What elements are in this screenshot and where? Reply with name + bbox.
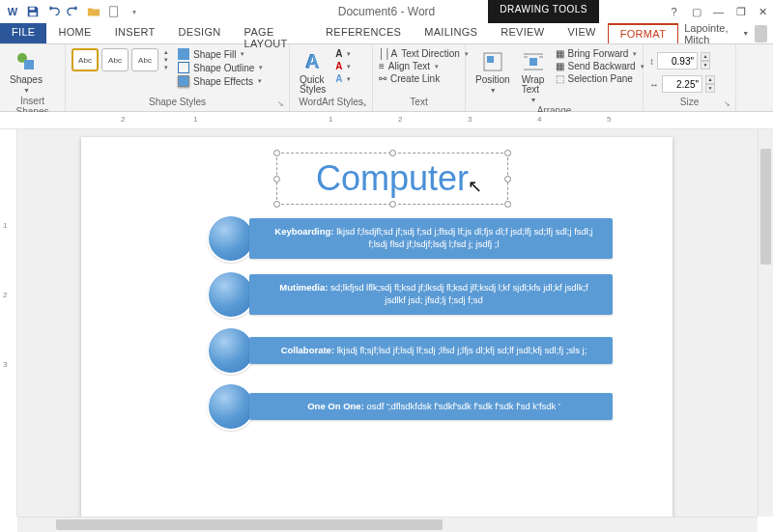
tab-references[interactable]: REFERENCES — [314, 23, 413, 43]
cursor-icon: ↖ — [468, 176, 482, 197]
tab-insert[interactable]: INSERT — [103, 23, 167, 43]
height-input[interactable] — [657, 52, 698, 70]
shapes-icon — [14, 50, 38, 73]
account-area[interactable]: Lapointe, Mitch ▼ — [678, 23, 773, 43]
save-icon[interactable] — [24, 3, 42, 20]
gallery-more-icon[interactable]: ▾ — [164, 64, 168, 71]
svg-rect-2 — [110, 7, 118, 17]
resize-handle-nw[interactable] — [273, 150, 280, 156]
close-icon[interactable]: ✕ — [757, 6, 769, 18]
smartart-text-1[interactable]: Keyboarding: lkjsd f;lsdjfl;sd jf;sdj f;… — [249, 218, 613, 259]
undo-icon[interactable] — [44, 3, 62, 20]
group-label-text: Text — [379, 97, 459, 109]
quick-access-toolbar: W ▾ — [0, 3, 147, 20]
svg-rect-1 — [30, 13, 37, 16]
resize-handle-ne[interactable] — [504, 150, 511, 156]
minimize-icon[interactable]: — — [712, 6, 725, 18]
tab-view[interactable]: VIEW — [556, 23, 607, 43]
new-doc-icon[interactable] — [105, 3, 123, 20]
width-stepper[interactable]: ▲▼ — [705, 75, 715, 93]
smartart-graphic[interactable]: Keyboarding: lkjsd f;lsdjfl;sd jf;sdj f;… — [207, 214, 613, 438]
tab-file[interactable]: FILE — [0, 23, 46, 43]
restore-icon[interactable]: ❐ — [734, 6, 747, 18]
shape-effects-button[interactable]: Shape Effects▾ — [178, 75, 263, 87]
shape-style-2[interactable]: Abc — [101, 48, 129, 71]
tab-design[interactable]: DESIGN — [167, 23, 233, 43]
svg-rect-7 — [530, 58, 537, 66]
qat-customize-icon[interactable]: ▾ — [126, 3, 143, 20]
bring-forward-button[interactable]: ▦Bring Forward▾ — [556, 48, 644, 59]
smartart-text-3[interactable]: Collaborate: lkjsdj fl;sjf;lsd jf;lsdj l… — [249, 337, 613, 365]
word-icon: W — [4, 3, 21, 20]
gallery-up-icon[interactable]: ▴ — [164, 48, 168, 56]
ruler-tick: 1 — [3, 221, 7, 230]
tab-page-layout[interactable]: PAGE LAYOUT — [233, 23, 314, 43]
tab-format[interactable]: FORMAT — [608, 23, 678, 43]
align-text-button[interactable]: ≡Align Text▾ — [379, 61, 469, 71]
account-dropdown-icon[interactable]: ▼ — [742, 30, 749, 37]
wrap-text-button[interactable]: Wrap Text▼ — [518, 48, 549, 105]
resize-handle-s[interactable] — [389, 201, 396, 208]
shape-style-gallery[interactable]: Abc Abc Abc ▴ ▾ ▾ — [72, 48, 168, 71]
text-outline-button[interactable]: A▾ — [335, 61, 351, 71]
height-row: ↕ ▲▼ — [649, 52, 715, 70]
smartart-row[interactable]: Mutimedia: sd;lkfjsd lflk;sdj fl;ksd jf;… — [207, 270, 613, 319]
align-text-icon: ≡ — [379, 61, 385, 71]
group-shape-styles: Abc Abc Abc ▴ ▾ ▾ Shape Fill▾ Shape Outl… — [66, 44, 290, 111]
help-icon[interactable]: ? — [668, 6, 680, 18]
shapes-button[interactable]: Shapes ▼ — [6, 48, 46, 96]
text-effects-button[interactable]: A▾ — [335, 73, 351, 84]
tab-review[interactable]: REVIEW — [489, 23, 556, 43]
smartart-text-2[interactable]: Mutimedia: sd;lkfjsd lflk;sdj fl;ksd jf;… — [249, 274, 613, 315]
shape-outline-button[interactable]: Shape Outline▾ — [178, 62, 263, 73]
shape-style-1[interactable]: Abc — [72, 48, 99, 71]
send-backward-button[interactable]: ▦Send Backward▾ — [556, 61, 644, 71]
redo-icon[interactable] — [65, 3, 82, 20]
dialog-launcher-shape-styles[interactable]: ↘ — [277, 99, 287, 109]
selection-pane-button[interactable]: ⬚Selection Pane — [556, 73, 644, 84]
quick-styles-button[interactable]: A Quick Styles — [296, 48, 329, 97]
wordart-a-icon: A — [301, 50, 325, 73]
text-direction-button[interactable]: ││AText Direction▾ — [379, 48, 469, 59]
ruler-tick: 2 — [3, 291, 7, 299]
height-stepper[interactable]: ▲▼ — [701, 52, 710, 70]
chevron-down-icon: ▼ — [23, 87, 30, 94]
vertical-ruler[interactable]: 1 2 3 — [0, 129, 17, 517]
dialog-launcher-wordart-styles[interactable]: ↘ — [360, 99, 370, 109]
page[interactable]: Computer ↖ Keyboarding: lkjsd f;lsdjfl;s… — [81, 137, 673, 517]
width-input[interactable] — [662, 75, 702, 93]
create-link-button[interactable]: ⚯Create Link — [379, 73, 469, 84]
resize-handle-w[interactable] — [273, 176, 280, 182]
vertical-scrollbar[interactable] — [758, 129, 773, 517]
resize-handle-se[interactable] — [504, 201, 511, 208]
shape-fill-button[interactable]: Shape Fill▾ — [178, 48, 263, 60]
gallery-down-icon[interactable]: ▾ — [164, 56, 168, 64]
position-button[interactable]: Position▼ — [472, 48, 514, 96]
smartart-row[interactable]: Keyboarding: lkjsd f;lsdjfl;sd jf;sdj f;… — [207, 214, 613, 263]
smartart-row[interactable]: One On One: osdf ';dflsdkfdsk f'sdkf'sdk… — [207, 382, 613, 431]
smartart-row[interactable]: Collaborate: lkjsdj fl;sjf;lsd jf;lsdj l… — [207, 326, 613, 375]
open-folder-icon[interactable] — [85, 3, 102, 20]
dialog-launcher-size[interactable]: ↘ — [724, 99, 733, 109]
scrollbar-thumb[interactable] — [56, 519, 443, 530]
tab-home[interactable]: HOME — [46, 23, 102, 43]
text-fill-button[interactable]: A▾ — [335, 48, 351, 59]
window-controls: ? ▢ — ❐ ✕ — [668, 6, 769, 18]
svg-rect-4 — [24, 60, 34, 70]
horizontal-scrollbar[interactable] — [17, 517, 758, 532]
shape-style-3[interactable]: Abc — [131, 48, 158, 71]
tab-mailings[interactable]: MAILINGS — [413, 23, 489, 43]
ribbon: Shapes ▼ Insert Shapes Abc Abc Abc ▴ ▾ ▾… — [0, 44, 773, 112]
ribbon-options-icon[interactable]: ▢ — [690, 6, 702, 18]
resize-handle-sw[interactable] — [273, 201, 280, 208]
ruler-tick: 5 — [607, 115, 611, 124]
resize-handle-n[interactable] — [389, 150, 396, 156]
wordart-text[interactable]: Computer — [316, 158, 469, 199]
smartart-text-4[interactable]: One On One: osdf ';dflsdkfdsk f'sdkf'sdk… — [249, 393, 613, 421]
position-label: Position — [475, 75, 510, 85]
horizontal-ruler[interactable]: 2 1 1 2 3 4 5 — [0, 112, 773, 129]
scrollbar-thumb[interactable] — [760, 149, 771, 265]
avatar[interactable] — [755, 25, 767, 42]
wrap-text-label: Wrap Text — [522, 75, 545, 95]
resize-handle-e[interactable] — [504, 176, 511, 182]
